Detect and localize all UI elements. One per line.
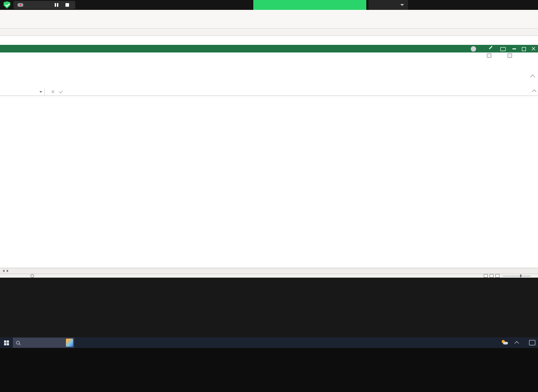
taskbar-search[interactable]: [13, 337, 74, 348]
minimize-button[interactable]: [512, 48, 516, 49]
zoom-top-bar: [0, 0, 538, 10]
zoom-slider[interactable]: [503, 276, 531, 276]
memo-button[interactable]: [487, 52, 493, 60]
spreadsheet-grid[interactable]: [0, 36, 538, 268]
start-button[interactable]: [0, 337, 13, 348]
search-icon: [16, 341, 20, 344]
sheet-tab-bar: [0, 268, 538, 274]
tray-expand-icon[interactable]: [515, 341, 519, 346]
memo-icon: [487, 53, 491, 58]
share-button[interactable]: [508, 52, 513, 60]
excel-title-bar: [0, 45, 538, 52]
accessibility-status[interactable]: [30, 274, 35, 278]
page-layout-view-icon[interactable]: [490, 274, 494, 278]
pause-recording-icon[interactable]: [55, 3, 56, 7]
recording-indicator: [13, 1, 75, 9]
ribbon: [0, 7, 538, 29]
windows-logo-icon: [4, 340, 9, 345]
next-sheet-icon[interactable]: [7, 270, 9, 272]
screen-share-banner: [253, 0, 366, 10]
normal-view-icon[interactable]: [484, 274, 488, 278]
security-shield-icon[interactable]: [4, 1, 10, 9]
confirm-entry-icon[interactable]: [59, 89, 63, 93]
accessibility-icon: [30, 274, 34, 278]
search-highlight-graphic: [66, 339, 73, 347]
share-icon: [508, 53, 512, 58]
editing-mode-icon[interactable]: [489, 46, 493, 49]
view-options-button[interactable]: [369, 0, 408, 10]
page-break-view-icon[interactable]: [495, 274, 499, 278]
notification-center-icon[interactable]: [529, 340, 535, 345]
status-bar: [0, 274, 538, 278]
formula-bar: [0, 88, 538, 96]
screen: [0, 0, 538, 392]
zoom-control-bar: [0, 348, 538, 392]
expand-formula-bar-icon[interactable]: [532, 90, 537, 94]
quick-access-toolbar: [0, 29, 538, 36]
name-box[interactable]: [0, 88, 45, 96]
windows-taskbar: [0, 337, 538, 348]
stop-recording-icon[interactable]: [65, 3, 69, 7]
system-tray: [502, 337, 538, 348]
display-settings-icon[interactable]: [500, 47, 506, 51]
chevron-down-icon: [400, 4, 404, 6]
prev-sheet-icon[interactable]: [3, 270, 4, 272]
maximize-button[interactable]: [522, 47, 526, 51]
avatar[interactable]: [471, 46, 476, 52]
weather-icon[interactable]: [502, 340, 508, 345]
sheet-nav-arrows[interactable]: [0, 268, 11, 274]
name-box-dropdown-icon[interactable]: [39, 91, 42, 93]
cloud-recording-icon: [17, 3, 23, 7]
pause-recording-icon[interactable]: [57, 3, 58, 7]
